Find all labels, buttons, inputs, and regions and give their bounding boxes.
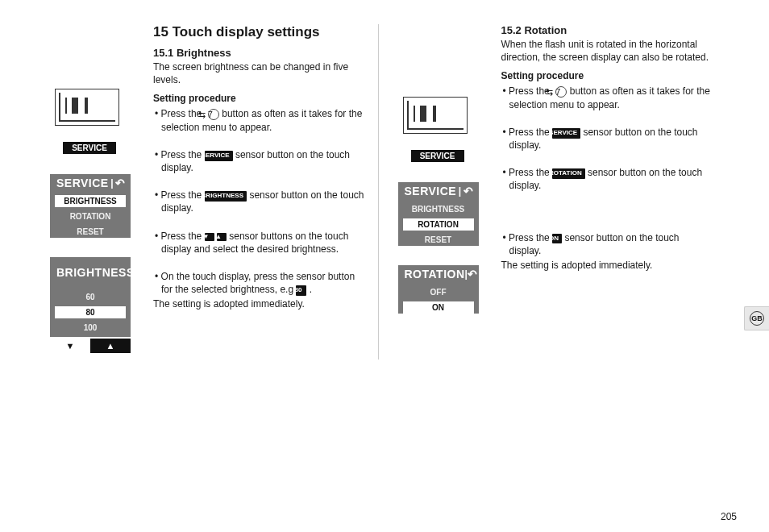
menu-item-reset[interactable]: RESET: [55, 226, 126, 238]
closing-rotation: The setting is adopted immediately.: [501, 259, 713, 272]
back-icon: ↶: [115, 177, 126, 189]
panel-title-text: SERVICE: [56, 177, 109, 189]
closing-brightness: The setting is adopted immediately.: [153, 297, 365, 310]
back-icon: |↶: [135, 260, 145, 285]
service-chip-inline: SERVICE: [552, 128, 580, 139]
text-fragment: .: [310, 284, 312, 295]
panel-title-brightness: BRIGHTNESS |↶: [50, 257, 131, 288]
language-tab: GB: [744, 306, 769, 330]
heading-rotation: 15.2 Rotation: [501, 24, 713, 36]
step4: Press the ▼ ▲ sensor buttons on the touc…: [153, 230, 365, 256]
page-number: 205: [721, 511, 737, 522]
brightness-option-60[interactable]: 60: [55, 291, 126, 303]
arrow-up-icon: ▲: [217, 233, 227, 242]
back-icon: ↶: [468, 268, 478, 281]
text-fragment: Press the: [161, 189, 205, 201]
divider-icon: |: [459, 185, 462, 197]
panel-title-rotation: ROTATION | ↶: [398, 265, 479, 283]
brightness-panel: BRIGHTNESS |↶ 60 80 100 ▼ ▲: [50, 257, 131, 353]
panel-title-service-left: SERVICE | ↶: [50, 174, 131, 192]
button-ref-7-icon: 7: [555, 86, 567, 98]
r-step4: Press the ON sensor button on the touch …: [501, 231, 713, 257]
service-menu-panel-left: SERVICE | ↶ BRIGHTNESS ROTATION RESET: [50, 174, 131, 238]
text-fragment: On the touch display, press the sensor b…: [161, 271, 355, 295]
brightness-chip-inline: BRIGHTNESS: [205, 191, 247, 202]
page-title: 15 Touch display settings: [153, 24, 365, 40]
menu-item-rotation-r[interactable]: ROTATION: [403, 218, 474, 231]
menu-item-rotation[interactable]: ROTATION: [55, 210, 126, 222]
arrow-down-icon: ▼: [205, 233, 214, 242]
language-code: GB: [750, 311, 764, 326]
step3: Press the BRIGHTNESS sensor button on th…: [153, 189, 365, 214]
proc-label-rotation: Setting procedure: [501, 70, 713, 81]
back-icon: ↶: [463, 185, 474, 197]
device-diagram-left: [55, 89, 119, 126]
brightness-arrow-row: ▼ ▲: [50, 337, 131, 353]
rotation-chip-inline: ROTATION: [552, 168, 585, 179]
text-fragment: Press the: [509, 127, 552, 138]
swap-icon: ⇆: [552, 88, 553, 97]
panel-title-text: SERVICE: [405, 185, 457, 197]
rotation-option-on[interactable]: ON: [403, 301, 474, 314]
r-step1: Press the ⇆ 7 button as often as it take…: [501, 85, 713, 110]
service-chip-left: SERVICE: [63, 142, 116, 155]
rotation-panel: ROTATION | ↶ OFF ON: [398, 265, 479, 314]
r-step3: Press the ROTATION sensor button on the …: [501, 166, 713, 192]
panel-title-service-right: SERVICE | ↶: [398, 182, 479, 200]
panel-title-text: ROTATION: [405, 268, 465, 281]
menu-item-brightness[interactable]: BRIGHTNESS: [55, 195, 126, 207]
panel-title-text: BRIGHTNESS: [56, 266, 135, 279]
intro-rotation: When the flash unit is rotated in the ho…: [501, 38, 713, 64]
text-fragment: Press the: [161, 149, 205, 160]
r-step2: Press the SERVICE sensor button on the t…: [501, 126, 713, 152]
step1: Press the ⇆ 7 button as often as it take…: [153, 107, 365, 133]
device-diagram-right: [403, 97, 468, 134]
step2: Press the SERVICE sensor button on the t…: [153, 148, 365, 174]
brightness-option-100[interactable]: 100: [55, 322, 126, 334]
menu-item-reset-r[interactable]: RESET: [403, 234, 474, 246]
text-fragment: Press the: [161, 231, 205, 242]
step5: On the touch display, press the sensor b…: [153, 270, 365, 296]
rotation-option-off[interactable]: OFF: [403, 286, 474, 298]
arrow-up-button[interactable]: ▲: [90, 339, 131, 353]
service-chip-inline: SERVICE: [205, 151, 233, 161]
menu-item-brightness-r[interactable]: BRIGHTNESS: [403, 203, 474, 215]
text-fragment: Press the: [509, 167, 552, 178]
proc-label-brightness: Setting procedure: [153, 93, 365, 104]
value-80-chip-inline: 80: [296, 285, 306, 296]
button-ref-7-icon: 7: [208, 109, 219, 120]
on-chip-inline: ON: [552, 234, 562, 244]
divider-icon: |: [110, 177, 114, 189]
arrow-down-button[interactable]: ▼: [50, 339, 90, 353]
service-menu-panel-right: SERVICE | ↶ BRIGHTNESS ROTATION RESET: [398, 182, 479, 246]
heading-brightness: 15.1 Brightness: [153, 47, 365, 59]
brightness-option-80[interactable]: 80: [55, 306, 126, 318]
swap-icon: ⇆: [205, 110, 206, 119]
intro-brightness: The screen brightness can be changed in …: [153, 60, 365, 86]
text-fragment: Press the: [509, 232, 552, 243]
service-chip-right: SERVICE: [411, 150, 464, 163]
